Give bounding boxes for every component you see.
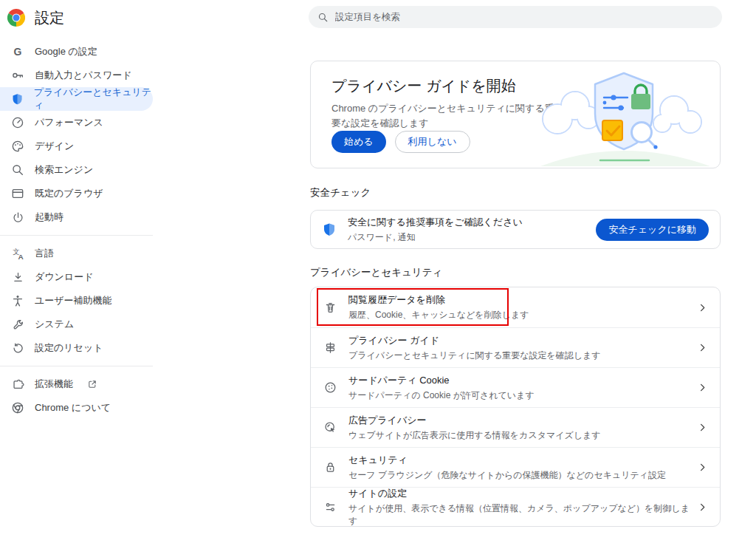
sidebar: G Google の設定 自動入力とパスワード プライバシーとセキュリティ パフ… — [0, 40, 153, 420]
site-settings-icon — [323, 500, 337, 515]
sidebar-item-search-engine[interactable]: 検索エンジン — [0, 158, 153, 182]
search-icon — [317, 12, 329, 23]
chevron-right-icon — [697, 302, 708, 313]
sidebar-divider — [0, 366, 153, 366]
download-icon — [10, 270, 25, 284]
accessibility-icon — [10, 293, 25, 308]
chevron-right-icon — [697, 422, 708, 433]
sidebar-item-performance[interactable]: パフォーマンス — [0, 111, 153, 134]
chrome-settings-page: 設定 G Google の設定 自動入力とパスワード プライバシーとセキュリティ… — [0, 0, 756, 546]
no-thanks-button[interactable]: 利用しない — [395, 131, 470, 153]
sidebar-item-label: 言語 — [35, 247, 54, 260]
privacy-guide-card: プライバシー ガイドを開始 Chrome のプライバシーとセキュリティに関する重… — [310, 61, 721, 168]
sidebar-item-privacy-security[interactable]: プライバシーとセキュリティ — [0, 87, 153, 111]
sidebar-item-autofill[interactable]: 自動入力とパスワード — [0, 64, 153, 87]
list-item-title: 広告プライバシー — [348, 414, 601, 427]
chrome-icon — [10, 400, 25, 415]
sidebar-divider — [0, 235, 153, 236]
sidebar-item-label: Google の設定 — [35, 45, 97, 58]
list-item-title: 閲覧履歴データを削除 — [348, 293, 529, 307]
search-input[interactable] — [335, 12, 713, 22]
list-item-privacy-guide[interactable]: プライバシー ガイド プライバシーとセキュリティに関する重要な設定を確認します — [311, 327, 720, 367]
sidebar-item-label: 設定のリセット — [35, 341, 103, 355]
sidebar-item-about-chrome[interactable]: Chrome について — [0, 396, 153, 420]
sidebar-item-label: パフォーマンス — [35, 116, 103, 129]
list-item-subtitle: サードパーティの Cookie が許可されています — [348, 389, 535, 402]
sidebar-item-label: ダウンロード — [35, 270, 94, 284]
privacy-guide-illustration — [529, 64, 714, 166]
puzzle-icon — [10, 377, 25, 392]
lock-icon — [323, 460, 337, 475]
sidebar-item-label: 拡張機能 — [35, 378, 73, 391]
safety-check-title: 安全に関する推奨事項をご確認ください — [348, 216, 523, 229]
translate-icon: 文A — [10, 246, 25, 261]
sidebar-item-label: システム — [35, 318, 74, 331]
launch-icon — [87, 379, 97, 389]
settings-search[interactable] — [309, 6, 722, 28]
speedometer-icon — [10, 115, 25, 130]
sidebar-item-downloads[interactable]: ダウンロード — [0, 265, 153, 289]
chevron-right-icon — [697, 502, 708, 513]
list-item-title: プライバシー ガイド — [348, 334, 601, 347]
chevron-right-icon — [697, 382, 708, 393]
trash-icon — [323, 300, 337, 315]
wrench-icon — [10, 317, 25, 332]
chevron-right-icon — [697, 462, 708, 473]
browser-window-icon — [10, 186, 25, 201]
sidebar-item-extensions[interactable]: 拡張機能 — [0, 372, 153, 396]
list-item-subtitle: ウェブサイトが広告表示に使用する情報をカスタマイズします — [348, 429, 601, 442]
list-item-subtitle: プライバシーとセキュリティに関する重要な設定を確認します — [348, 349, 601, 362]
list-item-title: サードパーティ Cookie — [348, 374, 535, 387]
sidebar-item-label: ユーザー補助機能 — [35, 294, 112, 307]
list-item-site-settings[interactable]: サイトの設定 サイトが使用、表示できる情報（位置情報、カメラ、ポップアップなど）… — [311, 487, 720, 527]
reset-icon — [10, 341, 25, 355]
sidebar-item-label: Chrome について — [35, 401, 111, 414]
sidebar-item-label: 検索エンジン — [35, 163, 93, 177]
sidebar-item-on-startup[interactable]: 起動時 — [0, 205, 153, 229]
list-item-ad-privacy[interactable]: 広告プライバシー ウェブサイトが広告表示に使用する情報をカスタマイズします — [311, 407, 720, 447]
privacy-guide-icon — [323, 341, 337, 355]
sidebar-item-accessibility[interactable]: ユーザー補助機能 — [0, 289, 153, 313]
safety-check-card: 安全に関する推奨事項をご確認ください パスワード, 通知 安全チェックに移動 — [310, 210, 721, 249]
shield-icon — [10, 92, 24, 106]
safety-shield-icon — [322, 222, 337, 237]
sidebar-item-reset[interactable]: 設定のリセット — [0, 336, 153, 360]
safety-check-subtitle: パスワード, 通知 — [348, 231, 523, 244]
ads-privacy-icon — [323, 420, 337, 435]
sidebar-item-system[interactable]: システム — [0, 313, 153, 336]
sidebar-item-label: 既定のブラウザ — [35, 187, 103, 200]
list-item-title: サイトの設定 — [348, 487, 697, 500]
sidebar-item-label: プライバシーとセキュリティ — [34, 86, 153, 112]
sidebar-item-default-browser[interactable]: 既定のブラウザ — [0, 182, 153, 205]
cookie-icon — [323, 381, 337, 395]
palette-icon — [10, 139, 25, 154]
sidebar-item-appearance[interactable]: デザイン — [0, 134, 153, 158]
privacy-guide-card-title: プライバシー ガイドを開始 — [331, 76, 516, 96]
list-item-subtitle: セーフ ブラウジング（危険なサイトからの保護機能）などのセキュリティ設定 — [348, 469, 666, 482]
search-icon — [10, 163, 25, 177]
sidebar-item-languages[interactable]: 文A 言語 — [0, 242, 153, 265]
list-item-subtitle: サイトが使用、表示できる情報（位置情報、カメラ、ポップアップなど）を制御します — [348, 502, 697, 527]
svg-text:A: A — [18, 252, 23, 260]
go-to-safety-check-button[interactable]: 安全チェックに移動 — [596, 219, 709, 241]
svg-text:G: G — [14, 46, 22, 58]
sidebar-item-label: 起動時 — [35, 211, 63, 224]
privacy-security-heading: プライバシーとセキュリティ — [310, 266, 442, 279]
power-icon — [10, 210, 25, 225]
key-icon — [10, 68, 25, 83]
sidebar-item-label: デザイン — [35, 140, 74, 153]
sidebar-item-label: 自動入力とパスワード — [35, 69, 132, 82]
list-item-third-party-cookies[interactable]: サードパーティ Cookie サードパーティの Cookie が許可されています — [311, 367, 720, 407]
list-item-subtitle: 履歴、Cookie、キャッシュなどを削除します — [348, 309, 529, 321]
start-button[interactable]: 始める — [331, 131, 386, 153]
chrome-logo-icon — [7, 9, 25, 27]
privacy-guide-card-description: Chrome のプライバシーとセキュリティに関する重要な設定を確認します — [331, 101, 560, 131]
list-item-title: セキュリティ — [348, 454, 666, 467]
list-item-clear-browsing-data[interactable]: 閲覧履歴データを削除 履歴、Cookie、キャッシュなどを削除します — [311, 287, 720, 327]
privacy-security-list: 閲覧履歴データを削除 履歴、Cookie、キャッシュなどを削除します プライバシ… — [310, 287, 721, 527]
page-title: 設定 — [35, 8, 64, 28]
chevron-right-icon — [697, 342, 708, 353]
list-item-security[interactable]: セキュリティ セーフ ブラウジング（危険なサイトからの保護機能）などのセキュリテ… — [311, 447, 720, 487]
sidebar-item-google[interactable]: G Google の設定 — [0, 40, 153, 64]
safety-check-heading: 安全チェック — [310, 186, 371, 199]
